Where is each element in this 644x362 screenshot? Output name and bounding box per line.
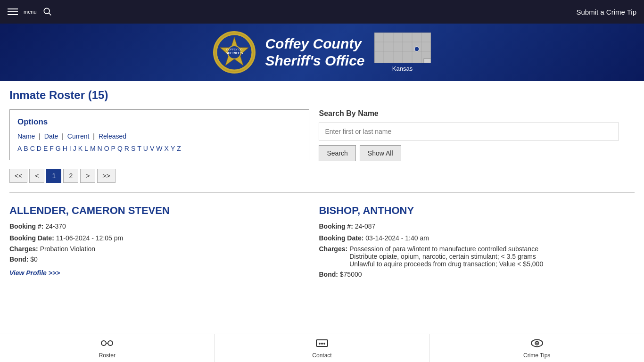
main-content: Inmate Roster (15) Options Name | Date |… — [0, 81, 644, 289]
page-prev-button[interactable]: < — [29, 169, 44, 183]
bond-bishop: Bond: $75000 — [319, 270, 619, 280]
booking-num-allender: Booking #: 24-370 — [9, 222, 309, 231]
alphabet-links: A B C D E F G H I J K L M N O P Q R S T — [17, 145, 301, 152]
filter-date-link[interactable]: Date — [44, 132, 58, 140]
alpha-Z[interactable]: Z — [177, 145, 181, 152]
alpha-Y[interactable]: Y — [171, 145, 175, 152]
site-header: SHERIFF'S COFFEY CO Coffey County Sherif… — [0, 24, 644, 81]
search-button[interactable]: Search — [319, 145, 355, 161]
svg-point-9 — [414, 47, 419, 51]
show-all-button[interactable]: Show All — [360, 145, 401, 161]
booking-date-allender: Booking Date: 11-06-2024 - 12:05 pm — [9, 233, 309, 243]
svg-point-0 — [44, 8, 50, 14]
inmate-card-bishop: BISHOP, ANTHONY Booking #: 24-087 Bookin… — [319, 205, 619, 281]
site-title-line1: Coffey County Sheriff's Office — [265, 35, 364, 69]
inmates-list: ALLENDER, CAMERON STEVEN Booking #: 24-3… — [9, 205, 635, 281]
alpha-G[interactable]: G — [56, 145, 61, 152]
svg-text:SHERIFF'S: SHERIFF'S — [226, 51, 243, 55]
charges-allender: Charges: Probation Violation — [9, 245, 309, 253]
filter-links: Name | Date | Current | Released — [17, 132, 301, 140]
sheriff-badge: SHERIFF'S COFFEY CO — [213, 31, 256, 74]
menu-label: menu — [24, 9, 37, 15]
alpha-K[interactable]: K — [78, 145, 83, 152]
site-title: Coffey County Sheriff's Office — [265, 35, 364, 69]
page-1-button[interactable]: 1 — [46, 169, 61, 183]
divider — [9, 192, 635, 193]
page-title: Inmate Roster (15) — [9, 89, 635, 102]
page-first-button[interactable]: << — [9, 169, 27, 183]
options-title: Options — [17, 117, 301, 127]
search-icon-button[interactable] — [42, 7, 52, 17]
menu-button[interactable] — [8, 8, 18, 15]
badge-svg: SHERIFF'S COFFEY CO — [215, 33, 253, 71]
alpha-L[interactable]: L — [84, 145, 88, 152]
alpha-T[interactable]: T — [137, 145, 141, 152]
filter-name-link[interactable]: Name — [17, 132, 35, 140]
alpha-S[interactable]: S — [131, 145, 135, 152]
view-profile-allender[interactable]: View Profile >>> — [9, 269, 60, 277]
kansas-map-area: Kansas — [374, 33, 431, 72]
alpha-H[interactable]: H — [63, 145, 67, 152]
svg-text:COFFEY CO: COFFEY CO — [226, 48, 243, 51]
alpha-U[interactable]: U — [143, 145, 148, 152]
kansas-map-svg — [374, 33, 431, 63]
alpha-A[interactable]: A — [17, 145, 22, 152]
alpha-X[interactable]: X — [165, 145, 169, 152]
top-nav-left: menu — [8, 7, 52, 17]
alpha-N[interactable]: N — [98, 145, 102, 152]
charges-list-bishop: Possession of para w/intent to manufactu… — [349, 245, 543, 268]
search-icon — [42, 7, 52, 16]
options-search-row: Options Name | Date | Current | Released… — [9, 109, 635, 161]
pagination: << < 1 2 > >> — [9, 169, 635, 183]
page-2-button[interactable]: 2 — [63, 169, 78, 183]
alpha-C[interactable]: C — [30, 145, 35, 152]
submit-crime-tip-link[interactable]: Submit a Crime Tip — [576, 8, 636, 16]
inmate-name-allender[interactable]: ALLENDER, CAMERON STEVEN — [9, 205, 309, 217]
search-name-input[interactable] — [319, 123, 619, 140]
alpha-R[interactable]: R — [124, 145, 129, 152]
inmate-card-allender: ALLENDER, CAMERON STEVEN Booking #: 24-3… — [9, 205, 309, 281]
inmate-name-bishop[interactable]: BISHOP, ANTHONY — [319, 205, 619, 217]
bond-allender: Bond: $0 — [9, 255, 309, 264]
alpha-F[interactable]: F — [50, 145, 54, 152]
filter-released-link[interactable]: Released — [99, 132, 126, 140]
state-label: Kansas — [392, 65, 413, 72]
search-buttons: Search Show All — [319, 145, 619, 161]
alpha-O[interactable]: O — [104, 145, 109, 152]
alpha-Q[interactable]: Q — [117, 145, 123, 152]
alpha-B[interactable]: B — [24, 145, 28, 152]
charges-list-allender: Probation Violation — [40, 245, 95, 253]
page-next-button[interactable]: > — [80, 169, 95, 183]
alpha-W[interactable]: W — [156, 145, 162, 152]
search-by-name-title: Search By Name — [319, 109, 619, 118]
alpha-J[interactable]: J — [73, 145, 76, 152]
booking-num-bishop: Booking #: 24-087 — [319, 222, 619, 231]
svg-line-1 — [49, 13, 51, 15]
alpha-V[interactable]: V — [150, 145, 154, 152]
alpha-D[interactable]: D — [37, 145, 41, 152]
booking-date-bishop: Booking Date: 03-14-2024 - 1:40 am — [319, 233, 619, 243]
alpha-M[interactable]: M — [90, 145, 96, 152]
options-box: Options Name | Date | Current | Released… — [9, 109, 309, 160]
top-navigation: menu Submit a Crime Tip — [0, 0, 644, 24]
page-last-button[interactable]: >> — [97, 169, 115, 183]
alpha-E[interactable]: E — [43, 145, 48, 152]
alpha-P[interactable]: P — [111, 145, 116, 152]
charges-bishop: Charges: Possession of para w/intent to … — [319, 245, 619, 268]
filter-current-link[interactable]: Current — [67, 132, 90, 140]
search-by-name-box: Search By Name Search Show All — [319, 109, 619, 161]
alpha-I[interactable]: I — [69, 145, 71, 152]
